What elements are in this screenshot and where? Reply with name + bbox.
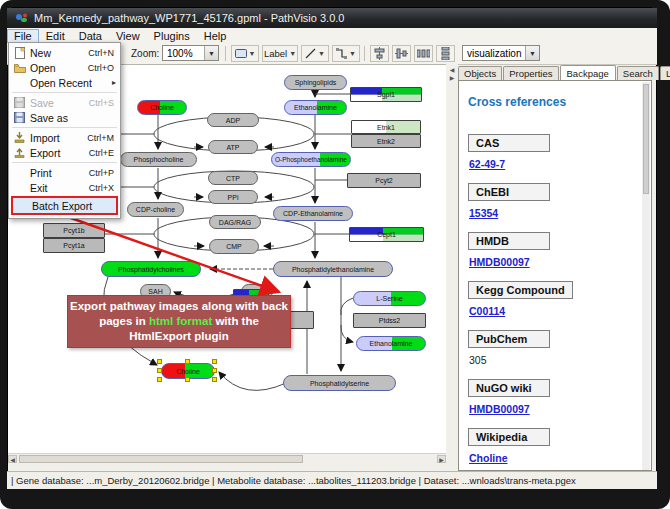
xref-section-pubchem: PubChem 305 [468, 329, 651, 366]
file-menu-item-open[interactable]: Open Ctrl+O [9, 60, 120, 75]
xref-source-header: Kegg Compound [468, 281, 573, 299]
node-ethanolamine[interactable]: Ethanolamine [284, 100, 347, 115]
align-horizontal-center-button[interactable] [370, 45, 389, 62]
gene-node-ptdss2[interactable]: Ptdss2 [353, 313, 426, 328]
tab-backpage[interactable]: Backpage [560, 65, 616, 81]
annotation-callout: Export pathway images along with back pa… [67, 295, 291, 348]
selection-handle[interactable] [212, 359, 217, 364]
xref-value-link[interactable]: C00114 [469, 305, 651, 317]
connector-tool-button[interactable]: ▼ [332, 45, 360, 62]
tab-legend[interactable]: Legend [660, 66, 670, 80]
gene-node-pcyt2[interactable]: Pcyt2 [347, 173, 421, 188]
tab-objects[interactable]: Objects [458, 66, 502, 80]
annotation-line2a: pages in [99, 315, 149, 327]
zoom-dropdown-arrow-icon[interactable]: ▼ [204, 46, 218, 60]
menu-plugins[interactable]: Plugins [147, 29, 197, 43]
node-phosphatidylethanolamine[interactable]: Phosphatidylethanolamine [273, 261, 393, 277]
node-phosphocholine[interactable]: Phosphocholine [120, 152, 197, 167]
node-cdp-ethanolamine[interactable]: CDP-Ethanolamine [273, 206, 353, 221]
file-menu-item-save[interactable]: Save Ctrl+S [9, 95, 120, 110]
node-cdp-choline[interactable]: CDP-choline [127, 202, 184, 217]
sidebar-scrollbar-thumb[interactable] [643, 84, 649, 194]
xref-source-header: Wikipedia [468, 428, 550, 446]
menu-help[interactable]: Help [197, 29, 234, 43]
file-menu-item-import[interactable]: Import Ctrl+M [9, 130, 120, 145]
gene-node-pcyt1a[interactable]: Pcyt1a [43, 238, 105, 253]
tab-properties[interactable]: Properties [503, 66, 558, 80]
datanode-tool-button[interactable]: ▼ [231, 45, 259, 62]
zoom-combobox[interactable]: 100% ▼ [162, 45, 219, 61]
file-menu-item-batch-export[interactable]: Batch Export [11, 196, 118, 215]
menu-data[interactable]: Data [72, 29, 109, 43]
title-bar[interactable]: Mm_Kennedy_pathway_WP1771_45176.gpml - P… [7, 8, 657, 28]
gene-node-etnk2[interactable]: Etnk2 [351, 134, 421, 148]
window-title: Mm_Kennedy_pathway_WP1771_45176.gpml - P… [34, 12, 344, 24]
xref-value-link[interactable]: Choline [469, 452, 651, 464]
file-menu-item-exit[interactable]: Exit Ctrl+X [9, 180, 120, 195]
xref-section-hmdb: HMDB HMDB00097 [468, 231, 651, 268]
node-ctp[interactable]: CTP [208, 171, 258, 185]
selection-handle[interactable] [157, 359, 162, 364]
node-ethanolamine-2[interactable]: Ethanolamine [356, 336, 426, 351]
node-adp[interactable]: ADP [207, 113, 259, 127]
splitter-toggle-arrows-icon[interactable]: ◀▶ [447, 66, 457, 82]
splitter[interactable] [446, 64, 458, 453]
file-menu-item-save-as[interactable]: Save as [9, 110, 120, 125]
node-phosphatidylserine[interactable]: Phosphatidylserine [283, 375, 396, 391]
distribute-horizontal-button[interactable] [414, 45, 433, 62]
gene-node-cept1[interactable]: Cept1 [349, 227, 424, 242]
selection-handle[interactable] [212, 368, 217, 373]
selection-handle[interactable] [185, 359, 190, 364]
menu-separator [12, 92, 117, 93]
node-sphingolipids[interactable]: Sphingolipids [284, 75, 347, 90]
visualization-combobox[interactable]: visualization ▼ [462, 45, 540, 61]
menu-edit[interactable]: Edit [39, 29, 72, 43]
scroll-left-arrow-icon[interactable]: ◀ [8, 455, 17, 463]
xref-section-wikipedia: Wikipedia Choline [468, 427, 651, 464]
node-choline[interactable]: Choline [137, 100, 187, 115]
canvas-hscroll-thumb[interactable] [19, 455, 303, 463]
node-l-serine[interactable]: L-Serine [353, 291, 426, 306]
xref-value-link[interactable]: HMDB00097 [469, 256, 651, 268]
node-o-phosphoethanolamine[interactable]: O-Phosphoethanolamine [271, 152, 351, 167]
file-menu-item-print[interactable]: Print Ctrl+P [9, 165, 120, 180]
canvas-horizontal-scrollbar[interactable]: ◀ ▶ [8, 453, 446, 464]
gene-node-etnk1[interactable]: Etnk1 [351, 120, 421, 134]
menu-separator [12, 162, 117, 163]
scroll-right-arrow-icon[interactable]: ▶ [437, 455, 446, 463]
node-dag[interactable]: DAG/RAG [209, 215, 261, 229]
file-menu-item-export[interactable]: Export Ctrl+E [9, 145, 120, 160]
node-phosphatidylcholines[interactable]: Phosphatidylcholines [101, 261, 201, 277]
selection-handle[interactable] [157, 368, 162, 373]
sidebar-scrollbar[interactable] [642, 82, 650, 470]
export-icon [13, 147, 26, 159]
file-menu-item-open-recent[interactable]: Open Recent ▸ [9, 75, 120, 90]
line-icon [305, 48, 316, 59]
selection-handle[interactable] [157, 377, 162, 382]
file-menu-item-new[interactable]: New Ctrl+N [9, 45, 120, 60]
distribute-vertical-button[interactable] [436, 45, 455, 62]
distribute-vertical-icon [439, 47, 452, 60]
line-tool-button[interactable]: ▼ [301, 45, 329, 62]
selection-handle[interactable] [212, 377, 217, 382]
gene-node-sgpl1[interactable]: Sgpl1 [350, 87, 422, 102]
menu-view[interactable]: View [109, 29, 147, 43]
annotation-line2c: with the [212, 315, 259, 327]
align-vertical-center-button[interactable] [392, 45, 411, 62]
xref-section-chebi: ChEBI 15354 [468, 182, 651, 219]
menu-file[interactable]: File [7, 29, 39, 43]
xref-value-link[interactable]: HMDB00097 [469, 403, 651, 415]
xref-value-link[interactable]: 62-49-7 [469, 158, 651, 170]
node-cmp[interactable]: CMP [209, 239, 259, 254]
annotation-line3: HtmlExport plugin [129, 330, 229, 342]
gene-node-pcyt1b[interactable]: Pcyt1b [43, 223, 105, 238]
node-atp[interactable]: ATP [208, 140, 258, 154]
tab-search[interactable]: Search [617, 66, 659, 80]
distribute-horizontal-icon [417, 47, 430, 60]
open-folder-icon [13, 62, 26, 74]
visualization-dropdown-arrow-icon[interactable]: ▼ [525, 46, 539, 60]
label-tool-button[interactable]: Label▼ [262, 45, 298, 62]
xref-value-link[interactable]: 15354 [469, 207, 651, 219]
selection-handle[interactable] [185, 377, 190, 382]
node-ppi[interactable]: PPi [208, 190, 258, 204]
